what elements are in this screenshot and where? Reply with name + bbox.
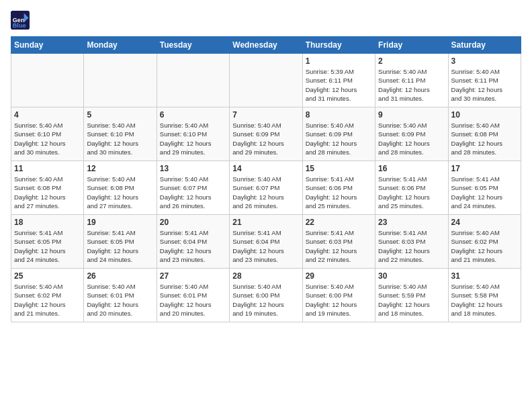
- calendar-header-friday: Friday: [375, 37, 448, 54]
- calendar-week-2: 4Sunrise: 5:40 AM Sunset: 6:10 PM Daylig…: [11, 107, 521, 161]
- day-info: Sunrise: 5:40 AM Sunset: 6:02 PM Dayligh…: [14, 282, 81, 318]
- day-number: 30: [378, 271, 445, 281]
- calendar-table: SundayMondayTuesdayWednesdayThursdayFrid…: [11, 36, 521, 322]
- day-info: Sunrise: 5:40 AM Sunset: 6:11 PM Dayligh…: [378, 67, 445, 103]
- day-number: 20: [160, 218, 226, 227]
- day-info: Sunrise: 5:40 AM Sunset: 6:00 PM Dayligh…: [306, 282, 372, 318]
- day-number: 10: [451, 110, 518, 120]
- day-number: 11: [14, 164, 81, 173]
- day-number: 19: [87, 218, 153, 227]
- calendar-header-thursday: Thursday: [302, 37, 375, 54]
- day-number: 28: [232, 271, 299, 281]
- day-number: 26: [87, 271, 153, 281]
- day-number: 27: [160, 271, 226, 281]
- calendar-cell: 1Sunrise: 5:39 AM Sunset: 6:11 PM Daylig…: [302, 54, 375, 107]
- calendar-cell: 7Sunrise: 5:40 AM Sunset: 6:09 PM Daylig…: [230, 107, 302, 161]
- day-info: Sunrise: 5:41 AM Sunset: 6:06 PM Dayligh…: [378, 175, 445, 210]
- calendar-cell: 26Sunrise: 5:40 AM Sunset: 6:01 PM Dayli…: [84, 269, 157, 322]
- day-number: 9: [378, 110, 445, 120]
- calendar-cell: 2Sunrise: 5:40 AM Sunset: 6:11 PM Daylig…: [375, 54, 448, 107]
- calendar-cell: 16Sunrise: 5:41 AM Sunset: 6:06 PM Dayli…: [375, 161, 448, 215]
- day-number: 2: [378, 56, 445, 66]
- day-info: Sunrise: 5:41 AM Sunset: 6:03 PM Dayligh…: [378, 228, 445, 264]
- calendar-cell: [84, 54, 157, 107]
- calendar-cell: 14Sunrise: 5:40 AM Sunset: 6:07 PM Dayli…: [230, 161, 302, 215]
- calendar-body: 1Sunrise: 5:39 AM Sunset: 6:11 PM Daylig…: [11, 54, 521, 322]
- day-info: Sunrise: 5:40 AM Sunset: 6:08 PM Dayligh…: [87, 175, 153, 210]
- day-number: 23: [378, 218, 445, 227]
- day-number: 7: [232, 110, 299, 120]
- day-info: Sunrise: 5:41 AM Sunset: 6:05 PM Dayligh…: [14, 228, 81, 264]
- calendar-cell: 13Sunrise: 5:40 AM Sunset: 6:07 PM Dayli…: [157, 161, 229, 215]
- calendar-cell: 11Sunrise: 5:40 AM Sunset: 6:08 PM Dayli…: [11, 161, 84, 215]
- day-info: Sunrise: 5:40 AM Sunset: 6:09 PM Dayligh…: [306, 121, 372, 156]
- logo: Gen Blue: [11, 11, 32, 30]
- calendar-cell: [11, 54, 84, 107]
- day-number: 21: [232, 218, 299, 227]
- calendar-cell: 10Sunrise: 5:40 AM Sunset: 6:08 PM Dayli…: [448, 107, 521, 161]
- calendar-week-3: 11Sunrise: 5:40 AM Sunset: 6:08 PM Dayli…: [11, 161, 521, 215]
- calendar-header-row: SundayMondayTuesdayWednesdayThursdayFrid…: [11, 37, 521, 54]
- calendar-cell: 15Sunrise: 5:41 AM Sunset: 6:06 PM Dayli…: [302, 161, 375, 215]
- day-number: 31: [451, 271, 518, 281]
- day-info: Sunrise: 5:40 AM Sunset: 6:10 PM Dayligh…: [87, 121, 153, 156]
- day-info: Sunrise: 5:40 AM Sunset: 6:10 PM Dayligh…: [160, 121, 226, 156]
- day-info: Sunrise: 5:40 AM Sunset: 6:08 PM Dayligh…: [451, 121, 518, 156]
- day-number: 24: [451, 218, 518, 227]
- calendar-cell: 3Sunrise: 5:40 AM Sunset: 6:11 PM Daylig…: [448, 54, 521, 107]
- calendar-cell: 22Sunrise: 5:41 AM Sunset: 6:03 PM Dayli…: [302, 215, 375, 269]
- day-info: Sunrise: 5:41 AM Sunset: 6:05 PM Dayligh…: [451, 175, 518, 210]
- calendar-cell: 31Sunrise: 5:40 AM Sunset: 5:58 PM Dayli…: [448, 269, 521, 322]
- header: Gen Blue: [11, 11, 521, 30]
- day-number: 1: [306, 56, 372, 66]
- calendar-cell: 23Sunrise: 5:41 AM Sunset: 6:03 PM Dayli…: [375, 215, 448, 269]
- svg-text:Blue: Blue: [13, 22, 26, 29]
- day-info: Sunrise: 5:40 AM Sunset: 6:09 PM Dayligh…: [378, 121, 445, 156]
- calendar-cell: 20Sunrise: 5:41 AM Sunset: 6:04 PM Dayli…: [157, 215, 229, 269]
- day-info: Sunrise: 5:40 AM Sunset: 6:08 PM Dayligh…: [14, 175, 81, 210]
- day-number: 5: [87, 110, 153, 120]
- calendar-cell: 24Sunrise: 5:40 AM Sunset: 6:02 PM Dayli…: [448, 215, 521, 269]
- calendar-header-sunday: Sunday: [11, 37, 84, 54]
- day-info: Sunrise: 5:40 AM Sunset: 5:59 PM Dayligh…: [378, 282, 445, 318]
- calendar-cell: 18Sunrise: 5:41 AM Sunset: 6:05 PM Dayli…: [11, 215, 84, 269]
- calendar-cell: 8Sunrise: 5:40 AM Sunset: 6:09 PM Daylig…: [302, 107, 375, 161]
- day-number: 18: [14, 218, 81, 227]
- calendar-header-wednesday: Wednesday: [230, 37, 302, 54]
- day-info: Sunrise: 5:40 AM Sunset: 6:09 PM Dayligh…: [232, 121, 299, 156]
- day-number: 15: [306, 164, 372, 173]
- day-info: Sunrise: 5:41 AM Sunset: 6:05 PM Dayligh…: [87, 228, 153, 264]
- day-info: Sunrise: 5:40 AM Sunset: 6:10 PM Dayligh…: [14, 121, 81, 156]
- day-info: Sunrise: 5:41 AM Sunset: 6:03 PM Dayligh…: [306, 228, 372, 264]
- calendar-header-monday: Monday: [84, 37, 157, 54]
- day-number: 13: [160, 164, 226, 173]
- day-info: Sunrise: 5:40 AM Sunset: 5:58 PM Dayligh…: [451, 282, 518, 318]
- calendar-cell: 25Sunrise: 5:40 AM Sunset: 6:02 PM Dayli…: [11, 269, 84, 322]
- calendar-cell: 17Sunrise: 5:41 AM Sunset: 6:05 PM Dayli…: [448, 161, 521, 215]
- calendar-header-saturday: Saturday: [448, 37, 521, 54]
- calendar-cell: 12Sunrise: 5:40 AM Sunset: 6:08 PM Dayli…: [84, 161, 157, 215]
- day-number: 12: [87, 164, 153, 173]
- calendar-cell: 29Sunrise: 5:40 AM Sunset: 6:00 PM Dayli…: [302, 269, 375, 322]
- calendar-cell: 27Sunrise: 5:40 AM Sunset: 6:01 PM Dayli…: [157, 269, 229, 322]
- logo-icon: Gen Blue: [11, 11, 30, 30]
- day-number: 17: [451, 164, 518, 173]
- calendar-header-tuesday: Tuesday: [157, 37, 229, 54]
- day-info: Sunrise: 5:41 AM Sunset: 6:06 PM Dayligh…: [306, 175, 372, 210]
- day-number: 22: [306, 218, 372, 227]
- day-info: Sunrise: 5:41 AM Sunset: 6:04 PM Dayligh…: [160, 228, 226, 264]
- calendar-week-4: 18Sunrise: 5:41 AM Sunset: 6:05 PM Dayli…: [11, 215, 521, 269]
- calendar-cell: 30Sunrise: 5:40 AM Sunset: 5:59 PM Dayli…: [375, 269, 448, 322]
- calendar-cell: 21Sunrise: 5:41 AM Sunset: 6:04 PM Dayli…: [230, 215, 302, 269]
- day-info: Sunrise: 5:39 AM Sunset: 6:11 PM Dayligh…: [306, 67, 372, 103]
- day-info: Sunrise: 5:40 AM Sunset: 6:07 PM Dayligh…: [160, 175, 226, 210]
- calendar-week-1: 1Sunrise: 5:39 AM Sunset: 6:11 PM Daylig…: [11, 54, 521, 107]
- calendar-cell: [230, 54, 302, 107]
- day-info: Sunrise: 5:40 AM Sunset: 6:01 PM Dayligh…: [160, 282, 226, 318]
- day-number: 3: [451, 56, 518, 66]
- calendar-cell: 4Sunrise: 5:40 AM Sunset: 6:10 PM Daylig…: [11, 107, 84, 161]
- day-info: Sunrise: 5:40 AM Sunset: 6:01 PM Dayligh…: [87, 282, 153, 318]
- calendar-cell: 5Sunrise: 5:40 AM Sunset: 6:10 PM Daylig…: [84, 107, 157, 161]
- day-number: 16: [378, 164, 445, 173]
- day-info: Sunrise: 5:40 AM Sunset: 6:00 PM Dayligh…: [232, 282, 299, 318]
